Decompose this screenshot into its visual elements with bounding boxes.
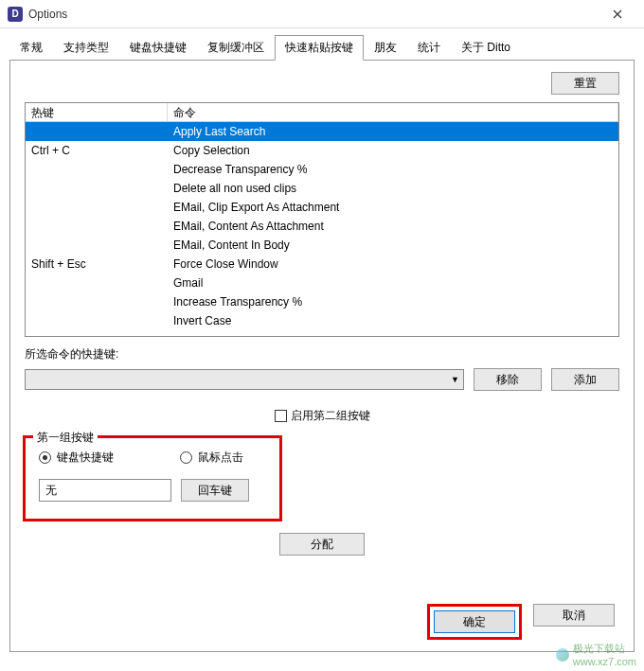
watermark-url: www.xz7.com [573, 656, 636, 667]
table-row[interactable]: Ctrl + CCopy Selection [26, 141, 618, 160]
remove-button[interactable]: 移除 [474, 368, 542, 391]
cell-hotkey: Ctrl + C [26, 144, 168, 157]
ok-button[interactable]: 确定 [434, 610, 515, 633]
table-row[interactable]: Apply Last Search [26, 122, 618, 141]
cell-command: Apply Last Search [168, 125, 618, 138]
tab-bar: 常规支持类型键盘快捷键复制缓冲区快速粘贴按键朋友统计关于 Ditto [0, 28, 644, 60]
table-row[interactable]: Invert Case [26, 311, 618, 330]
app-icon: D [8, 7, 23, 22]
first-group-fieldset: 第一组按键 键盘快捷键 鼠标点击 回车键 [25, 437, 280, 520]
hotkey-table: 热键 命令 Apply Last SearchCtrl + CCopy Sele… [25, 102, 619, 337]
close-button[interactable] [599, 1, 636, 27]
add-button[interactable]: 添加 [551, 368, 619, 391]
close-icon [613, 9, 622, 19]
cell-command: Invert Case [168, 314, 618, 327]
cell-command: EMail, Content As Attachment [168, 220, 618, 233]
table-body[interactable]: Apply Last SearchCtrl + CCopy SelectionD… [26, 122, 618, 337]
hotkey-dropdown[interactable]: ▼ [25, 369, 464, 390]
titlebar: D Options [0, 0, 644, 28]
reset-button[interactable]: 重置 [551, 72, 619, 95]
column-header-command[interactable]: 命令 [168, 103, 618, 121]
tab-4[interactable]: 快速粘贴按键 [275, 35, 364, 61]
enable-second-group-label: 启用第二组按键 [291, 408, 370, 424]
cell-command: EMail, Clip Export As Attachment [168, 201, 618, 214]
table-header: 热键 命令 [26, 103, 618, 122]
first-group-legend: 第一组按键 [33, 430, 98, 446]
table-row[interactable]: Increase Transparency % [26, 292, 618, 311]
window-title: Options [28, 8, 67, 21]
tab-1[interactable]: 支持类型 [53, 35, 119, 61]
cell-command: EMail, Content In Body [168, 238, 618, 252]
cell-command: Copy Selection [168, 144, 618, 157]
tab-2[interactable]: 键盘快捷键 [119, 35, 197, 61]
tab-0[interactable]: 常规 [9, 35, 53, 61]
keyboard-shortcut-label: 键盘快捷键 [57, 450, 114, 466]
cancel-button[interactable]: 取消 [533, 604, 615, 627]
selected-command-label: 所选命令的快捷键: [25, 346, 619, 362]
table-row[interactable]: EMail, Content As Attachment [26, 217, 618, 236]
mouse-click-label: 鼠标点击 [198, 450, 243, 466]
cell-hotkey: Shift + Esc [26, 257, 168, 271]
chevron-down-icon: ▼ [451, 375, 459, 384]
table-row[interactable]: Shift + EscForce Close Window [26, 255, 618, 274]
hotkey-input[interactable] [39, 479, 171, 502]
tab-5[interactable]: 朋友 [364, 35, 407, 61]
tab-7[interactable]: 关于 Ditto [451, 35, 521, 61]
cell-command: Force Close Window [168, 257, 618, 271]
table-row[interactable]: Delete all non used clips [26, 179, 618, 198]
table-row[interactable]: EMail, Clip Export As Attachment [26, 198, 618, 217]
table-row[interactable]: Gmail [26, 274, 618, 292]
tab-6[interactable]: 统计 [407, 35, 451, 61]
ok-button-highlight: 确定 [427, 604, 522, 640]
table-row[interactable]: Decrease Transparency % [26, 160, 618, 179]
tab-panel-quick-paste: 重置 热键 命令 Apply Last SearchCtrl + CCopy S… [9, 60, 635, 652]
cell-command: Delete all non used clips [168, 182, 618, 195]
cell-command: Decrease Transparency % [168, 163, 618, 176]
cell-command: Increase Transparency % [168, 295, 618, 309]
enter-key-button[interactable]: 回车键 [181, 479, 249, 502]
enable-second-group-checkbox[interactable] [275, 410, 287, 422]
assign-button[interactable]: 分配 [279, 533, 365, 556]
mouse-click-radio[interactable] [180, 451, 192, 464]
tab-3[interactable]: 复制缓冲区 [197, 35, 275, 61]
cell-command: Gmail [168, 276, 618, 290]
column-header-hotkey[interactable]: 热键 [26, 103, 168, 121]
keyboard-shortcut-radio[interactable] [39, 451, 51, 464]
table-row[interactable]: EMail, Content In Body [26, 236, 618, 255]
